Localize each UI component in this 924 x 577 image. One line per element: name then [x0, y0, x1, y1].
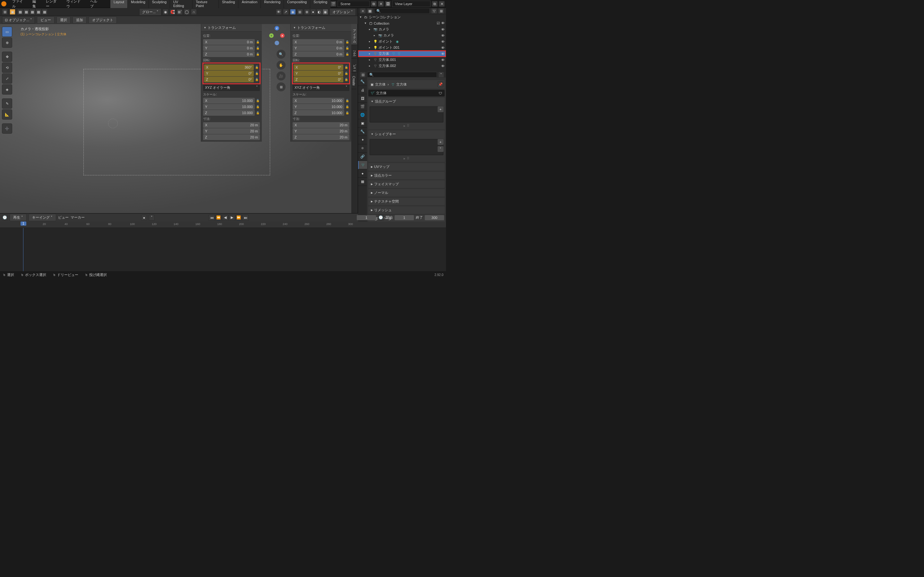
tab-world-icon[interactable]: 🌐: [358, 111, 367, 119]
pos-y-input[interactable]: Y0 m: [203, 45, 255, 51]
outliner-tree[interactable]: ▼🗀シーンコレクション ▼▢Collection☑👁 ▸📷カメラ👁▸📷カメラ👁▸…: [358, 14, 446, 72]
menu-file[interactable]: ファイル: [9, 0, 29, 9]
tool-transform[interactable]: ◈: [2, 84, 12, 95]
shading-render-icon[interactable]: ◉: [322, 9, 328, 15]
nav-gizmo[interactable]: Z Y X: [267, 26, 286, 45]
rot-z-input[interactable]: Z0°: [294, 77, 343, 82]
add-button[interactable]: +: [438, 139, 443, 145]
outliner-item[interactable]: ▸📷カメラ👁: [358, 32, 446, 39]
rot-x-input[interactable]: X0°: [294, 64, 343, 70]
tab-render-icon[interactable]: 🔧: [358, 77, 367, 86]
rot-z-input[interactable]: Z0°: [204, 77, 254, 82]
outliner-filter-icon[interactable]: ▽: [431, 8, 437, 14]
play-reverse-icon[interactable]: ◀: [222, 215, 228, 221]
outliner-item[interactable]: ▸▽立方体.001👁: [358, 57, 446, 63]
outliner-collection[interactable]: ▼▢Collection☑👁: [358, 20, 446, 26]
checkbox-icon[interactable]: ☑: [437, 21, 440, 25]
tool-measure[interactable]: 📐: [2, 109, 12, 119]
outliner-item[interactable]: ▸▽立方体▽▽👁: [358, 51, 446, 57]
menu-help[interactable]: ヘルプ: [87, 0, 104, 9]
select-mode-2-icon[interactable]: ▦: [23, 9, 29, 15]
ws-tab-script[interactable]: Scripting: [310, 0, 330, 9]
end-frame-input[interactable]: 300: [425, 215, 444, 220]
panel-vertex-colors[interactable]: 頂点カラー: [368, 172, 445, 179]
dim-y-input[interactable]: Y20 m: [203, 128, 260, 134]
scale-x-input[interactable]: X10.000: [203, 98, 255, 103]
outliner-item[interactable]: ▸📷カメラ👁: [358, 26, 446, 32]
snap-type-icon[interactable]: ⊞ˇ: [177, 9, 183, 15]
lock-icon[interactable]: 🔓: [344, 77, 349, 82]
dim-x-input[interactable]: X20 m: [292, 122, 349, 128]
lock-icon[interactable]: 🔓: [345, 111, 349, 115]
eye-icon[interactable]: 👁: [441, 46, 445, 50]
dim-x-input[interactable]: X20 m: [203, 122, 260, 128]
tab-modifier-icon[interactable]: 🔧: [358, 127, 367, 136]
shading-matprev-icon[interactable]: ◐: [317, 9, 322, 15]
rot-y-input[interactable]: Y0°: [204, 71, 254, 76]
scene-copy-icon[interactable]: ⧉: [371, 1, 376, 7]
scale-z-input[interactable]: Z10.000: [203, 110, 255, 116]
gizmo-y-axis[interactable]: Y: [269, 33, 274, 38]
np-tab-create[interactable]: Create: [351, 73, 356, 89]
tab-object-icon[interactable]: ▣: [358, 119, 367, 127]
pos-x-input[interactable]: X0 m: [203, 39, 255, 45]
cursor-tool-icon[interactable]: ▣: [10, 9, 15, 15]
lock-icon[interactable]: 🔓: [255, 105, 260, 109]
list-drag-icon[interactable]: ▸ ⠿: [370, 124, 443, 128]
timeline-body[interactable]: [0, 228, 446, 271]
lock-icon[interactable]: 🔓: [254, 71, 259, 76]
bc-object[interactable]: 立方体: [375, 82, 386, 87]
bc-mesh[interactable]: 立方体: [396, 82, 407, 87]
add-button[interactable]: +: [438, 106, 443, 112]
lock-icon[interactable]: 🔓: [345, 98, 349, 103]
tab-physics-icon[interactable]: ⚛: [358, 144, 367, 153]
preview-range-icon[interactable]: 🕐: [378, 215, 384, 221]
autokey-icon[interactable]: ●: [141, 215, 147, 221]
tool-rotate[interactable]: ⟲: [2, 63, 12, 73]
list-drag-icon[interactable]: ▸ ⠿: [370, 156, 443, 161]
tab-particle-icon[interactable]: ✦: [358, 136, 367, 144]
eye-icon[interactable]: 👁: [441, 40, 445, 44]
pos-x-input[interactable]: X0 m: [292, 39, 344, 45]
outliner-item[interactable]: ▸▽立方体.002👁: [358, 63, 446, 69]
tool-move[interactable]: ✥: [2, 52, 12, 62]
pivot-icon[interactable]: ◉: [163, 9, 168, 15]
outliner-new-coll-icon[interactable]: ⊞: [438, 8, 444, 14]
np-tab-view[interactable]: ビュー: [351, 59, 357, 73]
panel-shape-keys[interactable]: シェイプキー: [368, 131, 445, 138]
outliner-item[interactable]: ▸💡ポイント◉👁: [358, 39, 446, 45]
lock-icon[interactable]: 🔓: [255, 52, 260, 56]
menu-edit[interactable]: 編集: [29, 0, 43, 9]
camera-view-icon[interactable]: 🎥: [276, 71, 286, 81]
dropdown-button[interactable]: ˅: [438, 146, 443, 152]
tl-playback-menu[interactable]: 再生 ˅: [10, 214, 27, 221]
orientation-dropdown[interactable]: グロー... ˅: [139, 8, 162, 16]
outliner-item[interactable]: ▸💡ポイント.001👁: [358, 45, 446, 51]
ws-tab-sculpting[interactable]: Sculpting: [149, 0, 170, 9]
tab-viewlayer-icon[interactable]: 🖼: [358, 94, 367, 103]
lock-icon[interactable]: 🔓: [254, 65, 259, 69]
props-search-input[interactable]: 🔍: [367, 72, 437, 77]
select-mode-5-icon[interactable]: ▦: [42, 9, 47, 15]
dim-z-input[interactable]: Z20 m: [292, 134, 349, 140]
scene-delete-icon[interactable]: ✕: [378, 1, 384, 7]
menu-window[interactable]: ウィンドウ: [63, 0, 87, 9]
lock-icon[interactable]: 🔓: [344, 71, 349, 76]
viewlayer-delete-icon[interactable]: ✕: [439, 1, 445, 7]
outliner-scene-collection[interactable]: ▼🗀シーンコレクション: [358, 14, 446, 20]
rot-y-input[interactable]: Y0°: [294, 71, 343, 76]
tool-select-box[interactable]: ▭: [2, 27, 12, 37]
eye-icon[interactable]: 👁: [441, 64, 445, 68]
lock-icon[interactable]: 🔓: [345, 40, 349, 44]
menu-add[interactable]: 追加: [73, 16, 87, 24]
menu-select[interactable]: 選択: [57, 16, 71, 24]
panel-face-maps[interactable]: フェイスマップ: [368, 181, 445, 188]
xray-icon[interactable]: ⊞: [297, 9, 303, 15]
rotation-mode-dropdown[interactable]: XYZ オイラー角˅: [292, 84, 349, 91]
gizmo-x-axis[interactable]: X: [280, 33, 284, 38]
timeline-editor-icon[interactable]: 🕐: [2, 215, 8, 221]
np-tab-item[interactable]: アイテム: [351, 24, 357, 45]
outliner-display-icon[interactable]: ▦: [367, 8, 373, 14]
ws-tab-shading[interactable]: Shading: [219, 0, 238, 9]
scale-y-input[interactable]: Y10.000: [292, 104, 344, 110]
